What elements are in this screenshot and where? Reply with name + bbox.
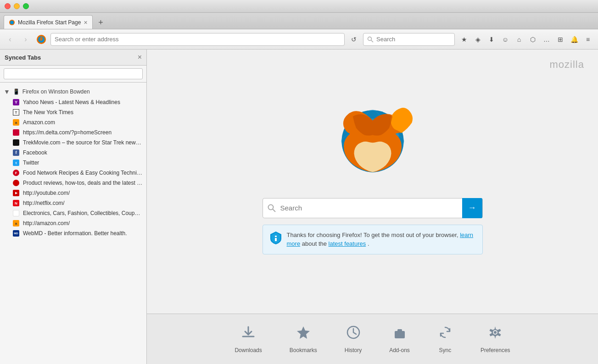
menu-button[interactable]: ≡ — [581, 33, 594, 46]
firefox-menu-button[interactable] — [35, 33, 48, 46]
content-area: mozilla — [147, 50, 598, 314]
info-banner-text: Thanks for choosing Firefox! To get the … — [287, 231, 476, 248]
downloads-icon — [240, 325, 256, 343]
list-item[interactable]: Electronics, Cars, Fashion, Collectibles… — [0, 208, 146, 218]
footer-preferences[interactable]: Preferences — [481, 325, 510, 353]
sidebar-search-area[interactable] — [0, 66, 146, 83]
sidebar-search-input[interactable] — [4, 68, 143, 79]
tab-favicon — [9, 19, 15, 26]
maximize-window-button[interactable] — [23, 3, 29, 9]
forward-button[interactable]: › — [19, 33, 32, 46]
reload-button[interactable]: ↺ — [347, 33, 360, 46]
device-header[interactable]: ▼ 📱 Firefox on Winston Bowden — [0, 86, 146, 97]
history-icon — [346, 325, 361, 343]
footer-addons[interactable]: Add-ons — [389, 325, 410, 353]
list-item[interactable]: Product reviews, how-tos, deals and the … — [0, 178, 146, 188]
search-container: → — [263, 198, 483, 218]
sidebar-item-text: Electronics, Cars, Fashion, Collectibles… — [23, 210, 143, 216]
device-group: ▼ 📱 Firefox on Winston Bowden Y Yahoo Ne… — [0, 84, 146, 240]
sidebar-item-text: https://m.delta.com/?p=homeScreen — [23, 129, 143, 136]
home-button[interactable]: ⌂ — [513, 33, 525, 46]
title-bar — [0, 0, 598, 13]
search-input[interactable] — [376, 36, 445, 43]
sidebar-item-text: http://amazon.com/ — [23, 220, 143, 226]
list-item[interactable]: F Food Network Recipes & Easy Cooking Te… — [0, 168, 146, 178]
downloads-button[interactable]: ⬇ — [485, 33, 498, 46]
svg-point-10 — [268, 204, 273, 210]
main-search-input[interactable] — [280, 204, 462, 212]
sidebar-item-text: The New York Times — [23, 109, 143, 116]
sync-button[interactable]: ⬡ — [526, 33, 539, 46]
list-item[interactable]: f Facebook — [0, 148, 146, 158]
content-body: → Thanks for choosing Firefox! To get th… — [147, 50, 598, 314]
pocket-button[interactable]: ◈ — [471, 33, 484, 46]
footer-sync[interactable]: Sync — [437, 325, 453, 353]
search-bar-nav[interactable] — [363, 33, 455, 46]
sidebar-item-text: TrekMovie.com – the source for Star Trek… — [23, 139, 143, 146]
info-banner-icon — [269, 231, 282, 248]
tab-bar: Mozilla Firefox Start Page × + — [0, 13, 598, 29]
tab-title: Mozilla Firefox Start Page — [18, 19, 81, 26]
sidebar-content: ▼ 📱 Firefox on Winston Bowden Y Yahoo Ne… — [0, 83, 146, 364]
latest-features-link[interactable]: latest features — [329, 240, 366, 247]
notification-button[interactable]: 🔔 — [568, 33, 581, 46]
list-item[interactable]: N http://netflix.com/ — [0, 198, 146, 208]
list-item[interactable]: a http://amazon.com/ — [0, 218, 146, 228]
list-item[interactable]: https://m.delta.com/?p=homeScreen — [0, 127, 146, 138]
bookmarks-icon — [296, 325, 311, 343]
new-tab-button[interactable]: + — [95, 16, 107, 29]
svg-point-1 — [10, 21, 14, 24]
address-input[interactable] — [55, 36, 341, 43]
nav-icons: ★ ◈ ⬇ ☺ ⌂ ⬡ … ⊞ 🔔 ≡ — [458, 33, 594, 46]
list-item[interactable]: t Twitter — [0, 158, 146, 168]
account-button[interactable]: ☺ — [499, 33, 512, 46]
preferences-label: Preferences — [481, 347, 510, 353]
svg-line-5 — [371, 40, 374, 42]
downloads-label: Downloads — [235, 347, 262, 353]
search-submit-button[interactable]: → — [462, 198, 482, 218]
device-icon-phone: 📱 — [13, 88, 20, 95]
list-item[interactable]: Y Yahoo News - Latest News & Headlines — [0, 97, 146, 107]
list-item[interactable]: T The New York Times — [0, 107, 146, 117]
bookmark-star-button[interactable]: ★ — [458, 33, 470, 46]
device-name: Firefox on Winston Bowden — [22, 88, 90, 95]
addons-icon — [392, 325, 408, 343]
sidebar-item-text: Facebook — [23, 149, 143, 156]
preferences-icon — [487, 325, 503, 343]
list-item[interactable]: ▶ http://youtube.com/ — [0, 188, 146, 198]
sidebar-item-text: Yahoo News - Latest News & Headlines — [23, 99, 143, 105]
bookmarks-label: Bookmarks — [290, 347, 317, 353]
footer-bookmarks[interactable]: Bookmarks — [290, 325, 317, 353]
footer-history[interactable]: History — [345, 325, 362, 353]
sidebar-header: Synced Tabs × — [0, 50, 146, 66]
sidebar-item-text: Amazon.com — [23, 119, 143, 126]
svg-rect-16 — [395, 331, 405, 338]
sidebar-item-text: WebMD - Better information. Better healt… — [23, 230, 143, 237]
list-item[interactable]: MD WebMD - Better information. Better he… — [0, 228, 146, 238]
grid-button[interactable]: ⊞ — [554, 33, 567, 46]
svg-point-4 — [368, 37, 372, 40]
sidebar-close-button[interactable]: × — [138, 53, 142, 61]
back-button[interactable]: ‹ — [4, 33, 17, 46]
tab-close-icon[interactable]: × — [84, 19, 87, 26]
sidebar-item-text: http://youtube.com/ — [23, 190, 143, 196]
svg-rect-13 — [275, 238, 277, 241]
chevron-down-icon: ▼ — [4, 88, 10, 95]
footer-downloads[interactable]: Downloads — [235, 325, 262, 353]
list-item[interactable]: a Amazon.com — [0, 117, 146, 127]
sync-icon — [437, 325, 453, 343]
main-layout: Synced Tabs × ▼ 📱 Firefox on Winston Bow… — [0, 50, 598, 364]
synced-tabs-sidebar: Synced Tabs × ▼ 📱 Firefox on Winston Bow… — [0, 50, 147, 364]
sidebar-item-text: http://netflix.com/ — [23, 200, 143, 206]
svg-point-22 — [494, 331, 497, 334]
list-item[interactable]: TrekMovie.com – the source for Star Trek… — [0, 138, 146, 148]
sidebar-item-text: Food Network Recipes & Easy Cooking Tech… — [23, 170, 143, 176]
sidebar-title: Synced Tabs — [5, 54, 41, 61]
browser-tab[interactable]: Mozilla Firefox Start Page × — [4, 15, 93, 29]
more-tools-button[interactable]: … — [540, 33, 553, 46]
sidebar-item-text: Twitter — [23, 160, 143, 166]
minimize-window-button[interactable] — [14, 3, 20, 9]
address-bar[interactable] — [50, 33, 345, 46]
svg-rect-19 — [398, 329, 402, 331]
close-window-button[interactable] — [5, 3, 11, 9]
